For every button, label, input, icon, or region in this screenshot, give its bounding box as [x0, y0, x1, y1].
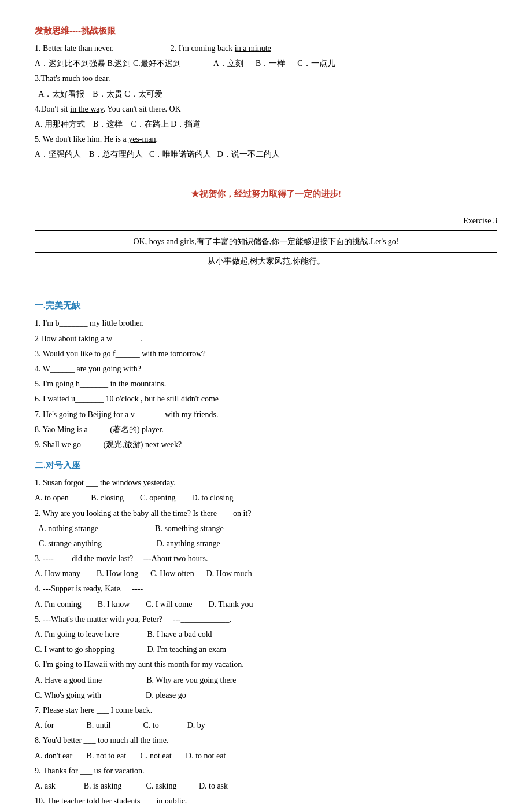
s1-q9: 9. Shall we go _____(观光,旅游) next week? — [35, 437, 497, 452]
s2-q2: 2. Why are you looking at the baby all t… — [35, 506, 497, 521]
top-section: 发散思维----挑战极限 1. Better late than never. … — [35, 23, 497, 162]
s2-q5-opt-a: A. I'm going to leave here B. I have a b… — [35, 627, 497, 642]
s2-q7: 7. Please stay here ___ I come back. — [35, 703, 497, 717]
section1-title: 一.完美无缺 — [35, 298, 497, 314]
exercise-sub: 从小事做起,树大家风范,你能行。 — [35, 254, 497, 268]
s2-q3-options: A. How many B. How long C. How often D. … — [35, 566, 497, 581]
exercise-box: OK, boys and girls,有了丰富的知识储备,你一定能够迎接下面的挑… — [35, 230, 497, 253]
s2-q1: 1. Susan forgot ___ the windows yesterda… — [35, 476, 497, 490]
s1-q1: 1. I'm b_______ my little brother. — [35, 316, 497, 330]
s1-q5: 5. I'm going h_______ in the mountains. — [35, 377, 497, 391]
s2-q1-options: A. to open B. closing C. opening D. to c… — [35, 491, 497, 505]
section1-questions: 1. I'm b_______ my little brother. 2 How… — [35, 316, 497, 452]
s1-q7: 7. He's going to Beijing for a v_______ … — [35, 407, 497, 422]
s1-q4: 4. W______ are you going with? — [35, 362, 497, 376]
q5-options: A．坚强的人 B．总有理的人 C．唯唯诺诺的人 D．说一不二的人 — [35, 147, 497, 161]
s2-q2-opt-b: C. strange anything D. anything strange — [35, 536, 497, 551]
section2-title: 二.对号入座 — [35, 458, 497, 473]
s2-q4: 4. ---Supper is ready, Kate. ---- ______… — [35, 581, 497, 596]
s2-q9-options: A. ask B. is asking C. asking D. to ask — [35, 779, 497, 793]
top-title: 发散思维----挑战极限 — [35, 23, 497, 39]
s2-q7-options: A. for B. until C. to D. by — [35, 718, 497, 732]
s2-q10: 10. The teacher told her students ___ in… — [35, 794, 497, 803]
s1-q2: 2 How about taking a w_______. — [35, 331, 497, 346]
s2-q8-options: A. don't ear B. not to eat C. not eat D.… — [35, 749, 497, 763]
s2-q4-options: A. I'm coming B. I know C. I will come D… — [35, 597, 497, 612]
s2-q9: 9. Thanks for ___ us for vacation. — [35, 764, 497, 778]
exercise-label: Exercise 3 — [35, 213, 497, 228]
q3-line: 3.That's much too dear. — [35, 71, 497, 86]
s2-q3: 3. ----____ did the movie last? ---About… — [35, 551, 497, 566]
q4-line: 4.Don't sit in the way. You can't sit th… — [35, 102, 497, 116]
q3-options: A．太好看报 B．太贵 C．太可爱 — [35, 87, 497, 101]
s1-q6: 6. I waited u_______ 10 o'clock , but he… — [35, 392, 497, 406]
s2-q5: 5. ---What's the matter with you, Peter?… — [35, 612, 497, 627]
s2-q6-opt-b: C. Who's going with D. please go — [35, 688, 497, 702]
q1-options: A．迟到比不到强暴 B.迟到 C.最好不迟到 A．立刻 B．一样 C．一点儿 — [35, 56, 497, 71]
s2-q8: 8. You'd better ___ too much all the tim… — [35, 733, 497, 747]
congrats-text: ★祝贺你，经过努力取得了一定的进步! — [35, 186, 497, 202]
s2-q2-opt-a: A. nothing strange B. something strange — [35, 521, 497, 536]
s2-q5-opt-b: C. I want to go shopping D. I'm teaching… — [35, 642, 497, 657]
q1-line: 1. Better late than never. 2. I'm coming… — [35, 41, 497, 56]
s2-q6: 6. I'm going to Hawaii with my aunt this… — [35, 657, 497, 672]
s1-q3: 3. Would you like to go f______ with me … — [35, 347, 497, 361]
q4-options: A. 用那种方式 B．这样 C．在路上 D．挡道 — [35, 117, 497, 131]
s2-q6-opt-a: A. Have a good time B. Why are you going… — [35, 673, 497, 687]
section2-questions: 1. Susan forgot ___ the windows yesterda… — [35, 476, 497, 803]
s1-q8: 8. Yao Ming is a _____(著名的) player. — [35, 422, 497, 437]
q5-line: 5. We don't like him. He is a yes-man. — [35, 132, 497, 146]
